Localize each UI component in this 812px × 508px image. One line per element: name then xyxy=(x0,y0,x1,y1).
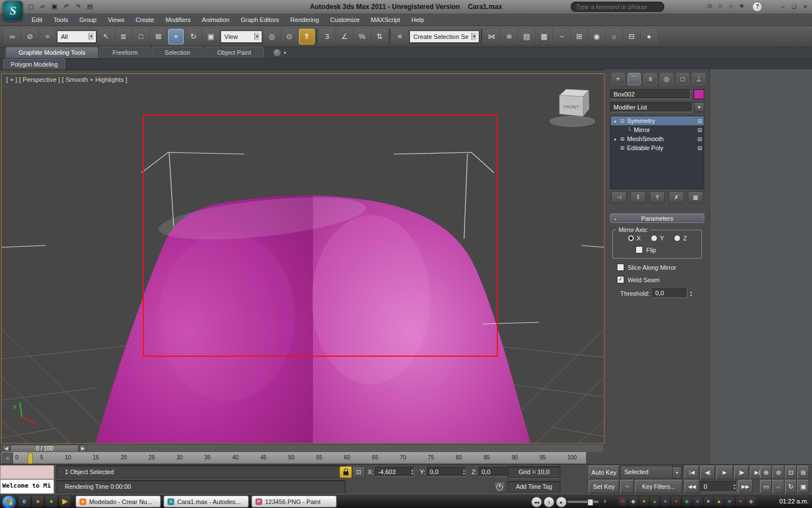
threshold-field[interactable]: 0,0 xyxy=(652,288,687,298)
expand-icon[interactable]: ⊞ xyxy=(619,145,625,151)
y-coordinate-field[interactable]: Y: 0,0▴▾ xyxy=(420,467,466,477)
display-tab-icon[interactable]: □ xyxy=(676,73,690,85)
tray-icon[interactable]: ■ xyxy=(725,497,734,506)
tab-selection[interactable]: Selection xyxy=(152,47,203,58)
select-object-icon[interactable]: ↖ xyxy=(98,29,114,45)
configure-modifier-sets-button[interactable]: ▦ xyxy=(688,191,703,203)
task-button-firefox[interactable]: ● Modelado - Crear Nu... xyxy=(76,496,161,507)
internet-explorer-icon[interactable]: e xyxy=(19,496,30,507)
infocenter-search-input[interactable] xyxy=(571,2,664,12)
edit-named-selection-sets-icon[interactable]: ≡ xyxy=(392,29,408,45)
parameters-rollout-header[interactable]: - Parameters xyxy=(610,213,704,223)
named-selection-sets-dropdown[interactable]: Create Selection Se xyxy=(409,30,479,43)
show-end-result-button[interactable]: ‖ xyxy=(630,191,646,203)
motion-tab-icon[interactable]: ◎ xyxy=(660,73,673,85)
set-key-button[interactable]: Set Key xyxy=(589,480,619,493)
selection-filter-dropdown[interactable]: All xyxy=(57,30,96,43)
previous-frame-button[interactable]: ◀| xyxy=(700,466,715,479)
messenger-icon[interactable]: ● xyxy=(46,496,57,507)
orbit-button[interactable]: ↻ xyxy=(785,480,797,493)
tab-freeform[interactable]: Freeform xyxy=(99,47,151,58)
menu-item[interactable]: Customize xyxy=(325,14,365,26)
render-setup-icon[interactable]: ☼ xyxy=(606,29,622,45)
tray-icon[interactable]: M xyxy=(618,497,627,506)
menu-item[interactable]: Create xyxy=(130,14,160,26)
redo-icon[interactable]: ↷ xyxy=(73,2,83,11)
key-filters-button[interactable]: Key Filters... xyxy=(635,480,682,493)
layer-manager-icon[interactable]: ▤ xyxy=(519,29,535,45)
volume-icon[interactable]: ♪ xyxy=(603,497,607,504)
maxscript-listener-pane[interactable]: Welcome to Mi xyxy=(0,479,54,494)
tab-object-paint[interactable]: Object Paint xyxy=(204,47,264,58)
modify-tab-icon[interactable]: ⌒ xyxy=(628,73,641,85)
open-mini-curve-editor-button[interactable]: ≡ xyxy=(2,453,13,464)
new-scene-icon[interactable]: ▢ xyxy=(26,2,36,11)
select-and-move-icon[interactable]: + xyxy=(168,29,184,45)
tray-icon[interactable]: ● xyxy=(639,497,648,506)
zoom-region-button[interactable]: ▭ xyxy=(760,480,772,493)
modifier-list-arrow-icon[interactable]: ▼ xyxy=(694,102,704,112)
modifier-list-dropdown[interactable]: Modifier List xyxy=(610,102,693,112)
selection-set-dropdown[interactable]: Selected▾ xyxy=(620,466,682,479)
expand-icon[interactable]: ⊞ xyxy=(619,136,625,142)
tray-icon[interactable]: ● xyxy=(736,497,745,506)
volume-knob[interactable] xyxy=(588,499,593,506)
make-unique-button[interactable]: Y xyxy=(650,191,665,203)
toolbar-icon[interactable] xyxy=(316,29,317,45)
use-pivot-point-center-icon[interactable]: ◎ xyxy=(264,29,280,45)
align-icon[interactable]: ≋ xyxy=(501,29,517,45)
start-button[interactable] xyxy=(2,495,16,508)
volume-slider[interactable] xyxy=(567,501,599,503)
add-time-tag-icon[interactable] xyxy=(494,481,505,493)
render-production-icon[interactable]: ● xyxy=(641,29,657,45)
tray-icon[interactable]: ◆ xyxy=(682,497,691,506)
project-folder-icon[interactable]: ▤ xyxy=(85,2,95,11)
select-and-rotate-icon[interactable]: ↻ xyxy=(186,29,201,45)
3ds-max-logo-icon[interactable]: S xyxy=(3,1,23,21)
symmetry-mesh-object[interactable] xyxy=(95,190,531,443)
tray-icon[interactable]: ■ xyxy=(661,497,670,506)
communication-center-icon[interactable]: ☼ xyxy=(728,2,734,10)
tray-icon[interactable]: ▲ xyxy=(650,497,659,506)
close-button[interactable]: ✕ xyxy=(801,3,810,11)
weld-seam-checkbox[interactable]: Weld Seam xyxy=(617,276,704,283)
search-binoculars-icon[interactable]: ⊙ xyxy=(707,2,712,10)
modifier-display-icon[interactable]: ▤ xyxy=(697,136,702,142)
ribbon-collapse-icon[interactable]: ▾ xyxy=(284,50,286,55)
media-pause-button[interactable]: ∥ xyxy=(544,497,554,507)
material-editor-icon[interactable]: ◉ xyxy=(589,29,604,45)
viewport-label[interactable]: [ + ] [ Perspective ] [ Smooth + Highlig… xyxy=(6,76,127,83)
maximize-viewport-toggle-button[interactable]: ▣ xyxy=(797,480,809,493)
select-and-link-icon[interactable]: ∞ xyxy=(5,29,20,45)
stack-row-editable-poly[interactable]: ⊞ Editable Poly ▤ xyxy=(611,143,704,152)
x-coordinate-field[interactable]: X: -4,603▴▾ xyxy=(368,467,414,477)
menu-item[interactable]: Views xyxy=(102,14,130,26)
modifier-enable-bulb-icon[interactable]: ● xyxy=(612,119,617,123)
absolute-offset-toggle-button[interactable]: ⊡ xyxy=(352,466,365,478)
time-slider[interactable]: ◀ 0 / 100 ▶ xyxy=(1,444,603,452)
window-crossing-toggle-icon[interactable]: ⊠ xyxy=(151,29,166,45)
mirror-axis-z-radio[interactable]: Z xyxy=(674,235,687,242)
bind-to-space-warp-icon[interactable]: ≈ xyxy=(39,29,55,45)
current-frame-field[interactable]: 0▴▾ xyxy=(700,481,737,492)
mirror-axis-x-radio[interactable]: X xyxy=(628,235,641,242)
ribbon-menu-icon[interactable] xyxy=(273,49,281,57)
go-to-start-button[interactable]: |◀ xyxy=(685,466,699,479)
open-file-icon[interactable]: ▱ xyxy=(38,2,47,11)
new-key-default-inout-button[interactable]: ~ xyxy=(620,480,634,493)
menu-item[interactable]: Modifiers xyxy=(160,14,196,26)
hierarchy-tab-icon[interactable]: ≡ xyxy=(643,73,657,85)
save-file-icon[interactable]: ▣ xyxy=(50,2,59,11)
spinner-snap-icon[interactable]: ⇅ xyxy=(372,29,387,45)
select-by-name-icon[interactable]: ≣ xyxy=(116,29,131,45)
menu-item[interactable]: Tools xyxy=(48,14,74,26)
media-player-icon[interactable]: ▶ xyxy=(59,496,70,507)
menu-item[interactable]: Animation xyxy=(196,14,235,26)
rectangular-selection-region-icon[interactable]: □ xyxy=(133,29,149,45)
mirror-axis-y-radio[interactable]: Y xyxy=(651,235,664,242)
zoom-all-button[interactable]: ⊚ xyxy=(773,466,784,479)
next-frame-button[interactable]: |▶ xyxy=(734,466,749,479)
create-tab-icon[interactable]: + xyxy=(611,73,625,85)
media-previous-button[interactable]: ◀◀ xyxy=(531,497,542,507)
expand-icon[interactable]: └ xyxy=(626,127,632,133)
